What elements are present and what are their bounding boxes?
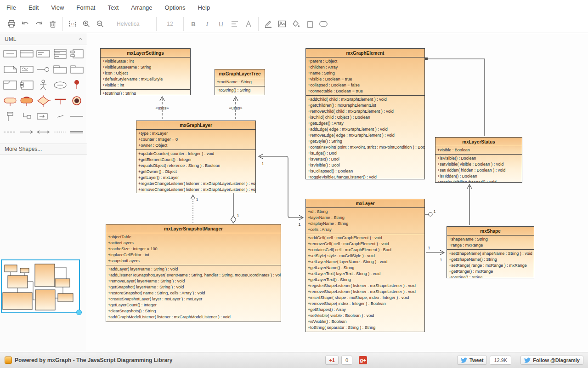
- shape-dotted-edge-icon[interactable]: [52, 126, 68, 138]
- menu-item-file[interactable]: File: [6, 4, 16, 11]
- menu-item-arrange[interactable]: Arrange: [131, 4, 152, 11]
- uml-member: +isVisible() : Bool: [308, 162, 423, 168]
- shape-textframe-icon[interactable]: [35, 48, 51, 60]
- shape-activity-filled-icon[interactable]: [18, 95, 35, 107]
- shape-class-icon[interactable]: [18, 48, 35, 60]
- zoom-out-button[interactable]: [93, 17, 107, 30]
- plus-one-label: +1: [329, 357, 335, 363]
- shape-note-icon[interactable]: [2, 63, 18, 75]
- undo-button[interactable]: [18, 17, 32, 30]
- menu-item-text[interactable]: Text: [107, 4, 119, 11]
- shape-edge-icon[interactable]: [68, 110, 85, 122]
- uml-member: +setHidden( hidden : Boolean ) : void: [437, 167, 520, 173]
- uml-class-mxGraphLayerTree[interactable]: mxGraphLayerTree+rootName : String+toStr…: [215, 69, 265, 95]
- uml-class-mxGraphElement[interactable]: mxGraphElement+parent : Object+children …: [305, 48, 425, 179]
- align-button[interactable]: [228, 17, 242, 30]
- font-family-select[interactable]: Helvetica: [113, 21, 153, 27]
- tweet-count: 12.9K: [490, 356, 511, 365]
- more-shapes-button[interactable]: More Shapes...: [0, 144, 87, 155]
- bold-button[interactable]: B: [187, 21, 200, 28]
- line-color-button[interactable]: [261, 17, 275, 30]
- uml-class-title: mxShape: [447, 227, 534, 236]
- uml-member: +removeEdge( edge : mxGraphElement ) : v…: [308, 132, 423, 138]
- shape-use-case-icon[interactable]: [52, 79, 68, 91]
- fill-color-button[interactable]: [289, 17, 303, 30]
- zoom-in-button[interactable]: [79, 17, 93, 30]
- uml-member: +getShapeName() : String: [449, 257, 532, 263]
- shape-frame-icon[interactable]: [2, 79, 18, 91]
- uml-class-mxLayerStatus[interactable]: mxLayerStatus+visible : Boolean+isVisibl…: [435, 137, 522, 183]
- shape-boundary-icon[interactable]: [18, 110, 35, 122]
- follow-button[interactable]: Follow @Diagramly: [520, 356, 583, 365]
- shape-arrow-edge-icon[interactable]: [18, 126, 35, 138]
- svg-text:1:1: 1:1: [71, 23, 75, 26]
- menu-item-options[interactable]: Options: [165, 4, 186, 11]
- shape-annotated-rect-icon[interactable]: [18, 63, 35, 75]
- shape-dashed-edge-icon[interactable]: [2, 126, 18, 138]
- shape-link-icon[interactable]: [68, 126, 85, 138]
- uml-member: +setVisible( visible : Boolean ) : void: [437, 161, 520, 167]
- uml-member: +containsPoint( point : mxPoint, strict …: [308, 144, 423, 150]
- uml-member: +updateCounter( counter : Integer ) : vo…: [138, 151, 254, 157]
- uml-member: +shapeName : String: [449, 236, 532, 242]
- shape-bidirectional-edge-icon[interactable]: [35, 126, 51, 138]
- uml-member: +objectTable: [108, 234, 279, 240]
- uml-member: +isEdge() : Bool: [308, 150, 423, 156]
- shape-package-icon[interactable]: [52, 63, 68, 75]
- menu-item-format[interactable]: Format: [76, 4, 95, 11]
- shape-signal-icon[interactable]: [2, 110, 18, 122]
- underline-button[interactable]: U: [214, 21, 228, 28]
- shape-final-state-icon[interactable]: [68, 95, 85, 107]
- outline-resize-handle[interactable]: [76, 310, 82, 315]
- uml-member: +owner : Object: [138, 143, 254, 149]
- font-size-select[interactable]: 12: [159, 21, 181, 27]
- shape-interface-provided-icon[interactable]: [68, 48, 85, 60]
- uml-methods: +toString() : String: [101, 90, 190, 95]
- menu-item-help[interactable]: Help: [198, 4, 210, 11]
- rounded-style-button[interactable]: [317, 17, 330, 30]
- google-plus-icon[interactable]: g+: [359, 356, 367, 364]
- redo-button[interactable]: [32, 17, 46, 30]
- shape-send-event-icon[interactable]: [35, 110, 51, 122]
- print-button[interactable]: [5, 17, 18, 30]
- fit-page-button[interactable]: 1:1: [66, 17, 79, 30]
- image-button[interactable]: [275, 17, 289, 30]
- shape-small-edge-icon[interactable]: [52, 110, 68, 122]
- diagram-canvas[interactable]: mxLayerSettings+visibleState : int+visib…: [87, 33, 588, 352]
- uml-class-title: mxLayerStatus: [435, 138, 522, 146]
- sidebar-section-uml[interactable]: UML: [0, 33, 87, 45]
- edge-label: 1: [428, 246, 430, 250]
- shape-fork-icon[interactable]: [52, 95, 68, 107]
- shape-object-icon[interactable]: [2, 48, 18, 60]
- shape-folder-icon[interactable]: [68, 63, 85, 75]
- uml-class-mxLayerSettings[interactable]: mxLayerSettings+visibleState : int+visib…: [100, 48, 191, 95]
- uml-class-mxGraphLayer[interactable]: mxGraphLayer+type : mxLayer+counter : In…: [136, 121, 256, 193]
- uml-class-mxLayer[interactable]: mxLayer+id : String+layerName : String+d…: [305, 199, 425, 332]
- uml-member: +createSnapshotLayer( layer : mxLayer ) …: [108, 296, 279, 302]
- uml-class-mxShape[interactable]: mxShape+shapeName : String+range : mxRan…: [447, 226, 534, 278]
- menu-item-edit[interactable]: Edit: [28, 4, 39, 11]
- uml-member: +range : mxRange: [449, 242, 532, 248]
- shape-actor-icon[interactable]: [35, 79, 51, 91]
- tweet-button[interactable]: Tweet: [457, 356, 487, 365]
- outline-minimap[interactable]: [1, 259, 80, 313]
- uml-member: +getSnapshot( layerName : String ) : voi…: [108, 284, 279, 290]
- italic-button[interactable]: I: [200, 20, 214, 28]
- uml-member: +addGraphModelListener( listener : mxGra…: [108, 314, 279, 320]
- plus-one-button[interactable]: +1: [325, 356, 339, 365]
- shape-component-icon[interactable]: [18, 79, 35, 91]
- shape-activity-icon[interactable]: [2, 95, 18, 107]
- collapse-icon: [79, 38, 82, 40]
- menu-item-view[interactable]: View: [51, 4, 64, 11]
- sidebar-section-title: UML: [5, 36, 16, 42]
- uml-class-mxLayerSnapshotManager[interactable]: mxLayerSnapshotManager+objectTable+activ…: [106, 224, 281, 322]
- uml-member: +icon : Object: [102, 70, 188, 76]
- shape-decision-icon[interactable]: [35, 95, 51, 107]
- shape-lollipop-interface-icon[interactable]: [35, 63, 51, 75]
- shape-class-detailed-icon[interactable]: [52, 48, 68, 60]
- shape-pin-icon[interactable]: [68, 79, 85, 91]
- font-color-button[interactable]: [242, 17, 255, 30]
- shadow-button[interactable]: [303, 17, 317, 30]
- delete-button[interactable]: [46, 17, 60, 30]
- uml-member: +visibleStateName : String: [102, 64, 188, 70]
